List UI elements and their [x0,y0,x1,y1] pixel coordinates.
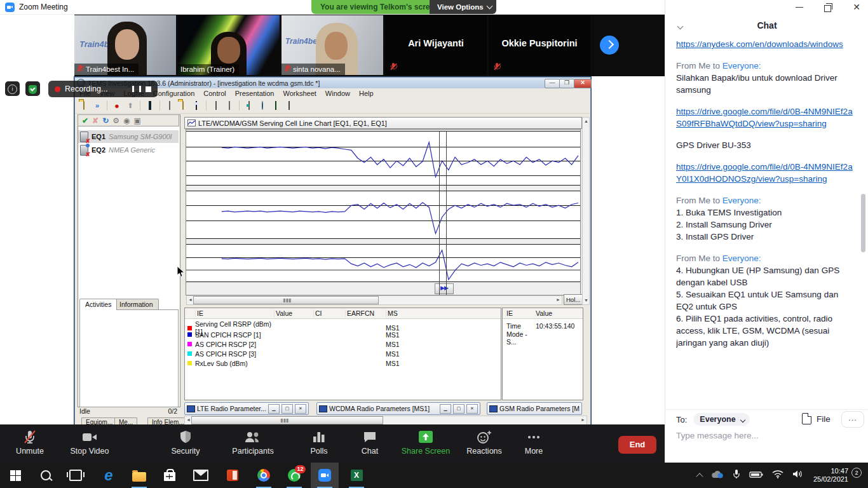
tab-activities[interactable]: Activities [79,299,117,310]
encryption-shield-icon[interactable] [25,81,40,96]
properties-icon[interactable]: ▣ [133,116,140,125]
chat-minimize-button[interactable]: — [790,1,809,13]
menu-control[interactable]: Control [199,90,230,97]
notebook-icon[interactable] [145,101,155,111]
start-button[interactable] [1,463,29,488]
green-panel-icon[interactable] [271,101,281,111]
chat-scrollbar-thumb[interactable] [861,194,865,252]
taskbar-chrome[interactable] [250,463,278,488]
child-restore-button[interactable]: ▢ [281,404,293,414]
battery-icon[interactable] [749,470,763,481]
new-document-icon[interactable] [165,101,175,111]
save-icon[interactable] [191,101,201,111]
onedrive-cloud-icon[interactable] [711,470,724,481]
workspace-scroll-thumb[interactable]: ▮▮▮ [191,416,383,424]
info-table-row[interactable]: Mode - S... [503,330,583,340]
tray-mic-icon[interactable] [733,469,740,482]
volume-icon[interactable] [792,470,804,481]
ie-table-row[interactable]: Serving Cell RSRP (dBm) [1]MS1 [185,320,501,330]
taskbar-clock[interactable]: 10:47 25/02/2021 [813,467,848,484]
settings-gear-icon[interactable]: ⚙ [112,116,119,125]
chat-link[interactable]: https://anydesk.com/en/downloads/windows [676,38,853,50]
minimized-window-1[interactable]: WCDMA Radio Parameters [MS1]▁▢✕ [316,402,480,415]
chart-cursor-line[interactable] [439,131,440,295]
chart-window-titlebar[interactable]: LTE/WCDMA/GSM Serving Cell Line Chart [E… [184,117,582,129]
child-minimize-button[interactable]: ▁ [268,404,280,414]
tems-minimize-button[interactable]: — [545,79,560,88]
chat-link[interactable]: https://drive.google.com/file/d/0B-4NM9N… [676,161,853,185]
taskbar-excel[interactable]: X [342,463,370,488]
refresh-icon[interactable]: ↻ [102,116,109,125]
hscroll-thumb[interactable]: ▮▮▮ [193,296,379,304]
scan-icon[interactable]: ◉ [123,116,130,125]
print-icon[interactable] [211,101,221,111]
taskbar-edge[interactable]: e [95,463,123,488]
meeting-info-button[interactable]: i [5,81,20,96]
taskbar-zoom[interactable] [311,463,339,488]
child-restore-button[interactable]: ▢ [453,404,465,414]
more-button[interactable]: More [513,430,554,456]
menu-help[interactable]: Help [355,90,378,97]
chart-hscrollbar[interactable]: ◄ ▮▮▮ ► [186,295,562,305]
taskbar-mail[interactable] [187,463,215,488]
chat-collapse-chevron[interactable] [677,24,684,30]
menu-worksheet[interactable]: Worksheet [278,90,320,97]
minimized-window-2[interactable]: GSM Radio Parameters [M... [487,402,582,415]
taskbar-office[interactable] [219,463,247,488]
map-icon[interactable] [244,101,254,111]
file-button[interactable]: File [802,413,831,424]
chart-vscrollbar[interactable]: ▲ ▼ [582,117,590,305]
ie-table-row[interactable]: SAN CPICH RSCP [1]MS1 [185,330,501,339]
tray-overflow-chevron[interactable] [696,473,703,480]
video-tile-4[interactable]: Ari Wijayanti [385,15,487,75]
info-table-row[interactable]: Time10:43:55.140 [503,321,583,330]
recipient-dropdown[interactable]: Everyone [693,413,749,426]
collapse-thumbnails-button[interactable] [600,36,619,55]
tems-restore-button[interactable]: ❐ [559,79,574,88]
chat-button[interactable]: Chat [351,430,389,456]
reactions-button[interactable]: Reactions [459,430,510,456]
stop-video-button[interactable]: Stop Video [62,430,117,456]
chat-close-button[interactable]: ✕ [847,1,866,13]
record-icon[interactable]: ● [112,101,122,111]
hold-button[interactable]: Hol... [564,294,583,305]
tems-close-button[interactable]: ✕ [574,79,592,88]
wifi-icon[interactable] [772,470,783,481]
ie-table-row[interactable]: AS CPICH RSCP [2]MS1 [185,339,501,349]
taskbar-store[interactable] [156,463,184,488]
open-icon[interactable] [178,101,188,111]
menu-presentation[interactable]: Presentation [231,90,279,97]
menu-window[interactable]: Window [321,90,355,97]
ie-table-row[interactable]: AS CPICH RSCP [3]MS1 [185,349,501,358]
open-logfile-icon[interactable] [79,101,89,111]
polls-button[interactable]: Polls [299,430,339,456]
video-tile-5[interactable]: Okkie Puspitorini [489,15,590,75]
deactivate-all-icon[interactable]: ✘ [92,116,98,125]
pause-recording-button[interactable] [132,86,141,92]
minimized-window-0[interactable]: LTE Radio Parameter...▁▢✕ [184,402,309,415]
end-meeting-button[interactable]: End [618,436,656,454]
ie-table-row[interactable]: RxLev Sub (dBm)MS1 [185,358,501,368]
fast-forward-icon[interactable]: » [92,101,102,111]
workspace-hscrollbar[interactable]: ◄ ▮▮▮ ► [184,416,587,425]
stop-recording-button[interactable] [146,86,151,92]
search-button[interactable] [32,463,60,488]
print-preview-icon[interactable] [224,101,234,111]
chat-link[interactable]: https://drive.google.com/file/d/0B-4NM9N… [676,105,853,130]
unmute-button[interactable]: Unmute [8,430,52,456]
task-view-button[interactable] [62,463,90,488]
chat-more-button[interactable]: ... [841,411,864,428]
chart-cursor-line[interactable] [446,131,447,295]
view-options-button[interactable]: View Options [430,0,496,14]
chart-step-buttons[interactable]: ▶▶ [435,283,454,294]
security-button[interactable]: Security [160,430,211,456]
export-icon[interactable]: ⬆ [125,101,135,111]
chat-messages[interactable]: https://anydesk.com/en/downloads/windows… [676,38,853,405]
chat-message-input[interactable]: Type message here... [676,431,759,440]
search-globe-icon[interactable] [257,101,268,111]
equipment-row-eq2[interactable]: EQ2NMEA Generic [78,144,179,156]
video-tile-2[interactable]: Ibrahim (Trainer) [178,15,280,75]
activate-all-icon[interactable]: ✔ [82,116,88,125]
child-minimize-button[interactable]: ▁ [440,404,451,414]
share-screen-button[interactable]: Share Screen [395,430,456,456]
